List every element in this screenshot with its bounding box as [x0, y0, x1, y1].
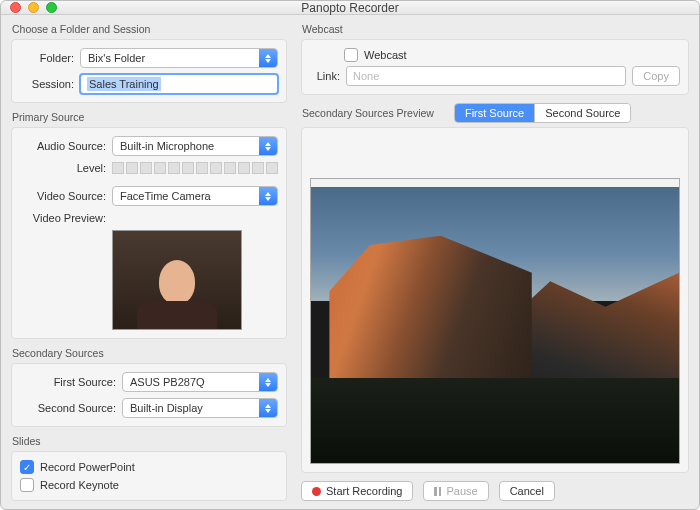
webcast-group: Webcast Webcast Link: None Copy — [301, 23, 689, 95]
app-window: Panopto Recorder Choose a Folder and Ses… — [0, 0, 700, 510]
link-input[interactable]: None — [346, 66, 626, 86]
session-value: Sales Training — [87, 77, 161, 91]
source-tabs: First Source Second Source — [454, 103, 632, 123]
content: Choose a Folder and Session Folder: Bix'… — [1, 15, 699, 509]
folder-session-label: Choose a Folder and Session — [11, 23, 287, 35]
folder-value: Bix's Folder — [88, 52, 145, 64]
audio-level-meter — [112, 162, 278, 174]
secondsrc-value: Built-in Display — [130, 402, 203, 414]
secondary-panel: First Source: ASUS PB287Q Second Source:… — [11, 363, 287, 427]
preview-area — [301, 127, 689, 473]
screen-capture — [310, 178, 680, 464]
copy-button[interactable]: Copy — [632, 66, 680, 86]
videosrc-label: Video Source: — [20, 190, 106, 202]
session-label: Session: — [20, 78, 74, 90]
slides-label: Slides — [11, 435, 287, 447]
link-placeholder: None — [353, 70, 379, 82]
chevrons-icon — [259, 187, 277, 205]
session-input[interactable]: Sales Training — [80, 74, 278, 94]
ppt-checkbox[interactable]: ✓ — [20, 460, 34, 474]
webcast-grouplabel: Webcast — [301, 23, 689, 35]
keynote-label: Record Keynote — [40, 479, 119, 491]
firstsrc-value: ASUS PB287Q — [130, 376, 205, 388]
folder-label: Folder: — [20, 52, 74, 64]
chevrons-icon — [259, 49, 277, 67]
slides-group: Slides ✓ Record PowerPoint Record Keynot… — [11, 435, 287, 501]
pause-button[interactable]: Pause — [423, 481, 488, 501]
webcast-checkbox[interactable] — [344, 48, 358, 62]
ppt-label: Record PowerPoint — [40, 461, 135, 473]
webcast-checkbox-row[interactable]: Webcast — [344, 48, 680, 62]
window-title: Panopto Recorder — [1, 1, 699, 15]
keynote-checkbox[interactable] — [20, 478, 34, 492]
tab-second-source[interactable]: Second Source — [534, 104, 630, 122]
right-column: Webcast Webcast Link: None Copy — [301, 23, 689, 501]
bottom-controls: Start Recording Pause Cancel — [301, 473, 689, 501]
secondsrc-label: Second Source: — [20, 402, 116, 414]
audio-select[interactable]: Built-in Microphone — [112, 136, 278, 156]
video-value: FaceTime Camera — [120, 190, 211, 202]
ppt-checkbox-row[interactable]: ✓ Record PowerPoint — [20, 460, 278, 474]
primary-panel: Audio Source: Built-in Microphone Level: — [11, 127, 287, 339]
folder-select[interactable]: Bix's Folder — [80, 48, 278, 68]
preview-group: Secondary Sources Preview First Source S… — [301, 103, 689, 473]
record-icon — [312, 487, 321, 496]
cancel-button[interactable]: Cancel — [499, 481, 555, 501]
videoprev-label: Video Preview: — [20, 212, 106, 224]
video-preview — [112, 230, 242, 330]
secondary-label: Secondary Sources — [11, 347, 287, 359]
start-recording-button[interactable]: Start Recording — [301, 481, 413, 501]
left-column: Choose a Folder and Session Folder: Bix'… — [11, 23, 287, 501]
chevrons-icon — [259, 399, 277, 417]
primary-group: Primary Source Audio Source: Built-in Mi… — [11, 111, 287, 339]
level-label: Level: — [20, 162, 106, 174]
preview-label: Secondary Sources Preview — [301, 107, 434, 119]
slides-panel: ✓ Record PowerPoint Record Keynote — [11, 451, 287, 501]
titlebar: Panopto Recorder — [1, 1, 699, 15]
link-label: Link: — [310, 70, 340, 82]
secondary-group: Secondary Sources First Source: ASUS PB2… — [11, 347, 287, 427]
folder-session-panel: Folder: Bix's Folder Session: Sales Trai… — [11, 39, 287, 103]
audio-label: Audio Source: — [20, 140, 106, 152]
folder-session-group: Choose a Folder and Session Folder: Bix'… — [11, 23, 287, 103]
firstsrc-select[interactable]: ASUS PB287Q — [122, 372, 278, 392]
firstsrc-label: First Source: — [20, 376, 116, 388]
keynote-checkbox-row[interactable]: Record Keynote — [20, 478, 278, 492]
webcast-cb-label: Webcast — [364, 49, 407, 61]
pause-icon — [434, 487, 441, 496]
video-select[interactable]: FaceTime Camera — [112, 186, 278, 206]
chevrons-icon — [259, 373, 277, 391]
webcast-panel: Webcast Link: None Copy — [301, 39, 689, 95]
secondsrc-select[interactable]: Built-in Display — [122, 398, 278, 418]
primary-label: Primary Source — [11, 111, 287, 123]
tab-first-source[interactable]: First Source — [455, 104, 534, 122]
chevrons-icon — [259, 137, 277, 155]
audio-value: Built-in Microphone — [120, 140, 214, 152]
